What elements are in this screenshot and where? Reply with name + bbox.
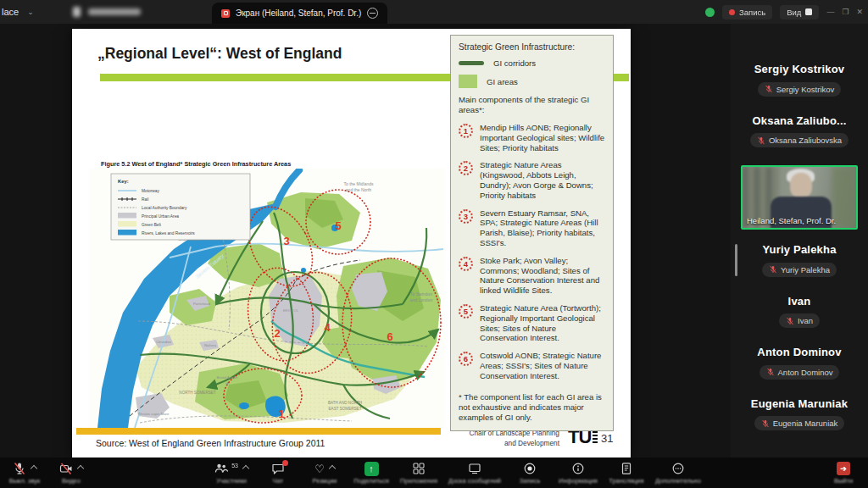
area-1-marker: 1 bbox=[459, 124, 473, 138]
more-button[interactable]: Дополнительно bbox=[655, 462, 701, 485]
key-rail-label: Rail bbox=[142, 197, 148, 202]
mic-options-caret[interactable] bbox=[31, 465, 37, 472]
label-banes: BATH AND NORTH bbox=[328, 401, 362, 405]
label-to-midlands: To the Midlands bbox=[343, 181, 374, 186]
participant-tile[interactable]: Ivan Ivan bbox=[731, 295, 868, 347]
participant-tile[interactable]: Yuriy Palekha Yuriy Palekha bbox=[731, 243, 868, 295]
reactions-label: Реакции bbox=[313, 477, 337, 485]
record-label: Запись bbox=[520, 477, 541, 485]
speaker-name-label: Heiland, Stefan, Prof. Dr. bbox=[747, 216, 836, 225]
active-speaker-video[interactable]: Heiland, Stefan, Prof. Dr. bbox=[741, 165, 858, 230]
tab-shared-screen[interactable]: Экран (Heiland, Stefan, Prof. Dr.) bbox=[212, 3, 387, 24]
muted-mic-icon bbox=[766, 368, 775, 376]
video-button[interactable]: Видео bbox=[53, 462, 89, 485]
participant-tile[interactable]: Sergiy Kostrikov Sergiy Kostrikov bbox=[731, 63, 868, 114]
legend-item-3: 3 Severn Estuary Ramsar, SNA, SPA; Strat… bbox=[459, 208, 605, 248]
area-5-marker: 5 bbox=[459, 304, 473, 319]
video-options-caret[interactable] bbox=[77, 465, 84, 472]
key-greenbelt-swatch bbox=[118, 221, 136, 227]
minimize-button[interactable]: — bbox=[826, 8, 834, 16]
info-button[interactable]: Информация bbox=[559, 462, 598, 485]
captions-button[interactable]: Трансляция bbox=[609, 462, 644, 485]
gi-area-swatch bbox=[459, 75, 477, 88]
participant-tile[interactable]: Anton Dominov Anton Dominov bbox=[731, 346, 868, 397]
whiteboard-label: Доска сообщений bbox=[448, 477, 501, 485]
muted-mic-icon bbox=[757, 136, 765, 145]
reactions-button[interactable]: ♡ Реакции bbox=[307, 462, 342, 485]
record-icon bbox=[523, 462, 537, 475]
view-button[interactable]: Вид bbox=[780, 5, 819, 19]
info-icon bbox=[571, 462, 585, 475]
participant-badge: Sergiy Kostrikov bbox=[758, 82, 842, 97]
leave-icon: ➔ bbox=[837, 462, 850, 475]
legend-item-4: 4 Stoke Park; Avon Valley; Commons; Wood… bbox=[459, 256, 605, 296]
legend-corridors-row: GI corridors bbox=[459, 58, 605, 68]
apps-label: Приложения bbox=[400, 477, 437, 485]
label-portishead: Portishead bbox=[193, 302, 211, 306]
legend-item-text: Strategic Nature Areas (Kingswood, Abbot… bbox=[480, 160, 605, 200]
leave-button[interactable]: ➔ Выйти bbox=[826, 462, 861, 485]
participants-label: Участники bbox=[216, 477, 247, 485]
participant-badge: Oksana Zaliubovska bbox=[750, 133, 849, 147]
muted-mic-icon bbox=[761, 419, 770, 428]
corridor-swatch bbox=[459, 61, 484, 65]
muted-mic-icon bbox=[765, 85, 773, 93]
share-screen-icon: ↑ bbox=[364, 462, 379, 476]
meeting-tab-blurred[interactable] bbox=[73, 7, 141, 17]
label-clevedon: Clevedon bbox=[156, 340, 171, 344]
toolbar-left-group: Выкл. звук Видео bbox=[7, 462, 89, 485]
maximize-button[interactable]: ❐ bbox=[842, 8, 849, 16]
participants-caret[interactable] bbox=[242, 465, 249, 472]
key-water-swatch bbox=[118, 230, 136, 236]
chat-notification-badge bbox=[282, 460, 288, 466]
app-name-partial: lace bbox=[2, 7, 19, 17]
recording-indicator[interactable]: Запись bbox=[722, 5, 772, 19]
close-button[interactable]: ✕ bbox=[856, 8, 863, 16]
figure-caption: Figure 5.2 West of England* Strategic Gr… bbox=[101, 160, 291, 168]
participants-button[interactable]: 53 Участники bbox=[214, 462, 249, 485]
key-urban-swatch bbox=[118, 213, 136, 219]
video-label: Видео bbox=[62, 477, 81, 485]
info-label: Информация bbox=[559, 477, 598, 485]
panel-scrollbar[interactable] bbox=[735, 244, 737, 276]
chat-label: Чат bbox=[273, 477, 283, 485]
share-screen-button[interactable]: ↑ Поделиться bbox=[353, 462, 389, 485]
toolbar-right-group: ➔ Выйти bbox=[826, 462, 861, 485]
chat-button[interactable]: Чат bbox=[260, 462, 296, 485]
view-label: Вид bbox=[787, 8, 801, 17]
muted-mic-icon bbox=[769, 265, 777, 274]
area-4-marker: 4 bbox=[459, 257, 473, 271]
apps-icon bbox=[412, 462, 426, 475]
apps-button[interactable]: Приложения bbox=[400, 462, 437, 485]
key-boundary-label: Local Authority Boundary bbox=[142, 206, 187, 210]
badge-name: Sergiy Kostrikov bbox=[776, 85, 835, 94]
legend-item-1: 1 Mendip Hills AONB; Regionally Importan… bbox=[459, 123, 605, 152]
map-key-title: Key: bbox=[118, 179, 129, 184]
captions-label: Трансляция bbox=[609, 477, 643, 485]
tu-logo-stripes bbox=[593, 431, 598, 443]
footer-accent-bar bbox=[76, 428, 441, 435]
key-urban-label: Principal Urban Area bbox=[142, 214, 179, 219]
badge-name: Ivan bbox=[798, 316, 813, 325]
window-titlebar: lace ⌄ Экран (Heiland, Stefan, Prof. Dr.… bbox=[0, 0, 868, 24]
key-greenbelt-label: Green Belt bbox=[142, 223, 162, 227]
participant-tile[interactable]: Eugenia Maruniak Eugenia Maruniak bbox=[731, 397, 868, 449]
document-icon bbox=[620, 462, 633, 475]
chair-line-2: and Development bbox=[432, 439, 559, 449]
gi-legend-panel: Strategic Green Infrastructure: GI corri… bbox=[450, 35, 614, 431]
collapse-circle-icon[interactable] bbox=[367, 8, 378, 19]
whiteboard-button[interactable]: Доска сообщений bbox=[448, 462, 501, 485]
mute-button[interactable]: Выкл. звук bbox=[7, 462, 42, 485]
record-dot-icon bbox=[729, 9, 735, 15]
chevron-down-icon[interactable]: ⌄ bbox=[27, 8, 34, 16]
participant-tile[interactable]: Oksana Zaliubo... Oksana Zaliubovska bbox=[731, 114, 868, 166]
map-area-3: 3 bbox=[283, 235, 289, 247]
record-button[interactable]: Запись bbox=[512, 462, 548, 485]
participant-name: Sergiy Kostrikov bbox=[731, 63, 868, 75]
badge-name: Eugenia Maruniak bbox=[773, 419, 838, 428]
map-area-6: 6 bbox=[387, 330, 392, 343]
label-banes-2: EAST SOMERSET bbox=[329, 407, 362, 411]
reactions-caret[interactable] bbox=[329, 465, 336, 472]
chair-credit: Chair of Landscape Planning and Developm… bbox=[432, 429, 559, 448]
slide-title: „Regional Level“: West of England bbox=[97, 45, 342, 63]
